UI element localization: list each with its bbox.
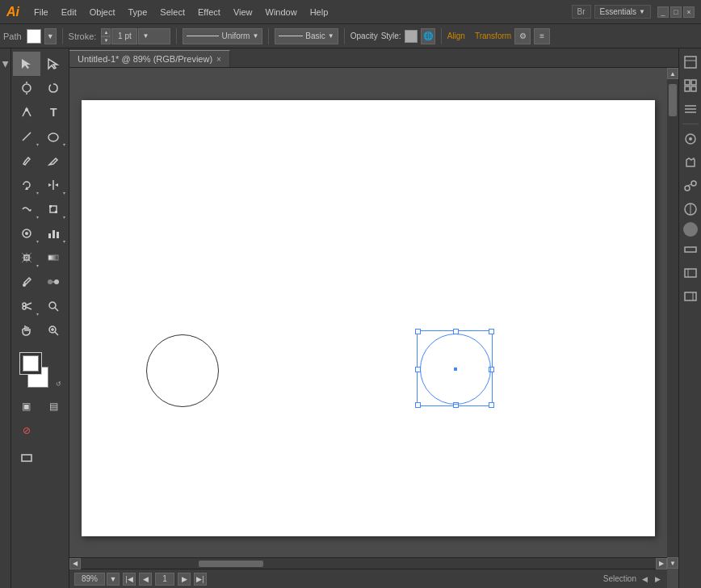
- change-screen-mode[interactable]: [13, 446, 40, 470]
- warp-tool[interactable]: ▾: [13, 197, 40, 221]
- none-mode-btn[interactable]: ⊘: [13, 418, 40, 443]
- panel-btn-4[interactable]: [680, 128, 701, 149]
- scrollbar-horizontal[interactable]: ◀ ▶: [69, 557, 667, 569]
- status-arrow-right[interactable]: ▶: [653, 574, 662, 584]
- scroll-up-btn[interactable]: ▲: [667, 68, 678, 79]
- hand-tool[interactable]: [13, 318, 40, 342]
- fill-type-dropdown[interactable]: ▼: [44, 28, 57, 44]
- panel-options-btn[interactable]: ≡: [534, 28, 550, 44]
- panel-btn-8[interactable]: [683, 222, 698, 237]
- color-mode-btn[interactable]: ▣: [13, 394, 40, 418]
- menu-help[interactable]: Help: [304, 4, 335, 20]
- brush-style-dropdown[interactable]: Basic ▼: [275, 28, 338, 44]
- scroll-left-btn[interactable]: ◀: [69, 558, 81, 569]
- direct-selection-tool[interactable]: [40, 52, 68, 76]
- stroke-style-dropdown[interactable]: Uniform ▼: [183, 28, 262, 44]
- line-tool[interactable]: ▾: [13, 124, 40, 149]
- magic-wand-tool[interactable]: [13, 76, 40, 100]
- foreground-color[interactable]: [19, 352, 42, 375]
- maximize-button[interactable]: □: [670, 6, 682, 18]
- menu-select[interactable]: Select: [153, 4, 191, 20]
- reflect-tool[interactable]: ▾: [40, 173, 68, 197]
- paintbrush-tool[interactable]: [13, 149, 40, 173]
- canvas-wrapper[interactable]: [69, 68, 667, 569]
- transform-options-btn[interactable]: ⚙: [514, 28, 531, 44]
- fill-color-swatch[interactable]: [27, 29, 41, 44]
- page-input[interactable]: [155, 573, 174, 586]
- handle-top-right[interactable]: [489, 329, 494, 334]
- menu-file[interactable]: File: [27, 4, 55, 20]
- close-button[interactable]: ×: [683, 6, 695, 18]
- panel-btn-1[interactable]: [680, 52, 701, 73]
- panel-btn-11[interactable]: [680, 286, 701, 307]
- minimize-button[interactable]: _: [657, 6, 669, 18]
- scroll-thumb-horizontal[interactable]: [199, 561, 263, 567]
- panel-btn-2[interactable]: [680, 75, 701, 96]
- essentials-dropdown[interactable]: Essentials ▼: [594, 5, 652, 19]
- next-page-end-btn[interactable]: ▶|: [194, 573, 207, 586]
- handle-top-left[interactable]: [415, 329, 421, 334]
- panel-btn-6[interactable]: [680, 175, 701, 196]
- panel-btn-7[interactable]: [680, 199, 701, 220]
- scroll-thumb-vertical[interactable]: [669, 84, 677, 116]
- stroke-value-input[interactable]: [111, 28, 137, 44]
- handle-bottom-right[interactable]: [489, 402, 494, 408]
- menu-object[interactable]: Object: [83, 4, 122, 20]
- stroke-unit-dropdown[interactable]: ▼: [138, 28, 170, 44]
- handle-bottom-left[interactable]: [415, 402, 421, 408]
- menu-effect[interactable]: Effect: [191, 4, 227, 20]
- next-page-btn[interactable]: ▶: [178, 573, 191, 586]
- menu-view[interactable]: View: [227, 4, 259, 20]
- svg-rect-35: [685, 80, 690, 85]
- panel-btn-9[interactable]: [680, 239, 701, 260]
- unselected-circle[interactable]: [146, 334, 219, 407]
- eyedropper-tool[interactable]: [13, 270, 40, 294]
- free-transform-tool[interactable]: ▾: [40, 197, 68, 221]
- panel-btn-10[interactable]: [680, 262, 701, 284]
- type-tool[interactable]: T: [40, 100, 68, 124]
- reset-colors-icon[interactable]: ↺: [56, 380, 61, 388]
- bridge-button[interactable]: Br: [572, 5, 591, 19]
- stroke-stepper[interactable]: ▲ ▼: [101, 28, 111, 44]
- lasso-tool[interactable]: [40, 76, 68, 100]
- symbol-sprayer-tool[interactable]: ▾: [13, 221, 40, 246]
- zoom-display: ▼: [74, 573, 120, 586]
- pen-tool[interactable]: [13, 100, 40, 124]
- ellipse-tool[interactable]: ▾: [40, 124, 68, 149]
- panel-btn-5[interactable]: [680, 152, 701, 173]
- pencil-tool[interactable]: [40, 149, 68, 173]
- menu-type[interactable]: Type: [122, 4, 154, 20]
- status-arrow-left[interactable]: ◀: [640, 574, 649, 584]
- globe-icon[interactable]: 🌐: [421, 28, 435, 44]
- menu-window[interactable]: Window: [259, 4, 304, 20]
- mesh-tool[interactable]: ▾: [13, 246, 40, 270]
- zoom-tool[interactable]: [40, 294, 68, 318]
- document-tab[interactable]: Untitled-1* @ 89% (RGB/Preview) ×: [69, 50, 230, 67]
- scissors-tool[interactable]: ▾: [13, 294, 40, 318]
- svg-rect-33: [685, 57, 696, 68]
- prev-page-start-btn[interactable]: |◀: [123, 573, 136, 586]
- scroll-down-btn[interactable]: ▼: [667, 557, 678, 569]
- color-swatches[interactable]: ↺: [19, 352, 61, 388]
- menu-edit[interactable]: Edit: [55, 4, 83, 20]
- align-label[interactable]: Align: [447, 32, 465, 40]
- transform-label[interactable]: Transform: [475, 32, 511, 40]
- blend-tool[interactable]: [40, 270, 68, 294]
- left-tools-panel: T ▾ ▾ ▾: [11, 48, 69, 588]
- collapse-left-btn[interactable]: ▶: [1, 61, 10, 68]
- column-graph-tool[interactable]: ▾: [40, 221, 68, 246]
- tab-close-btn[interactable]: ×: [216, 55, 221, 64]
- prev-page-btn[interactable]: ◀: [139, 573, 152, 586]
- selection-tool[interactable]: [13, 52, 40, 76]
- gradient-mode-btn[interactable]: ▤: [40, 394, 68, 418]
- zoom-in-tool[interactable]: [40, 318, 68, 342]
- zoom-input[interactable]: [74, 573, 105, 586]
- zoom-dropdown-btn[interactable]: ▼: [107, 573, 120, 586]
- scrollbar-vertical[interactable]: ▲ ▼: [667, 68, 678, 569]
- svg-point-19: [48, 279, 52, 284]
- panel-btn-3[interactable]: [680, 99, 701, 120]
- gradient-tool[interactable]: [40, 246, 68, 270]
- rotate-tool[interactable]: ▾: [13, 173, 40, 197]
- scroll-right-btn[interactable]: ▶: [656, 558, 667, 569]
- style-swatch[interactable]: [405, 30, 418, 43]
